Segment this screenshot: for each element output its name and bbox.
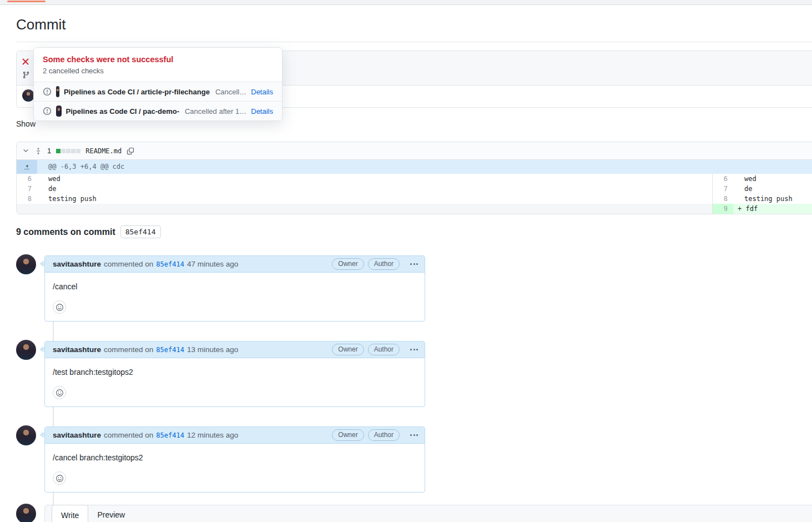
check-status: Cancell… (215, 88, 246, 96)
comment-header: savitaashture commented on 85ef414 12 mi… (45, 427, 425, 444)
comment-timestamp: 47 minutes ago (187, 260, 238, 268)
comment-action-text: commented on (104, 345, 153, 354)
comment-kebab-icon[interactable] (409, 261, 419, 267)
comment-text: /test branch:testgitops2 (53, 368, 417, 377)
cancelled-circle-icon (43, 87, 52, 96)
new-comment-form: Write Preview Leave a comment (44, 505, 812, 522)
comment: savitaashture commented on 85ef414 12 mi… (44, 426, 425, 493)
collapse-diff-chevron-icon[interactable] (22, 147, 29, 154)
check-details-link[interactable]: Details (251, 88, 273, 96)
comment-action-text: commented on (104, 431, 153, 439)
comment-author-avatar[interactable] (16, 340, 36, 360)
tab-accent-bar (7, 1, 46, 2)
comment: savitaashture commented on 85ef414 47 mi… (44, 255, 425, 322)
copy-path-icon[interactable] (127, 147, 134, 155)
check-row: Pipelines as Code CI / pac-demo- Cancell… (34, 101, 282, 121)
failed-status-x-icon (22, 58, 29, 65)
comment-author-link[interactable]: savitaashture (53, 260, 101, 268)
tab-preview[interactable]: Preview (88, 505, 134, 522)
check-name: Pipelines as Code CI / article-pr-filech… (64, 88, 210, 96)
current-user-avatar (16, 504, 36, 522)
comment-author-avatar[interactable] (16, 254, 36, 274)
comment-body: /cancel branch:testgitops2 (45, 444, 425, 492)
comment-sha-link[interactable]: 85ef414 (156, 346, 184, 354)
comments-heading: 9 comments on commit 85ef414 (16, 225, 812, 238)
commit-sha-chip: 85ef414 (120, 225, 161, 238)
diff-file-box: 1 README.md @@ -6,3 +6,4 @@ cdc 6 wed 6 … (16, 142, 812, 214)
comment-timestamp: 12 minutes ago (187, 431, 238, 439)
check-status: Cancelled after 1… (185, 107, 246, 116)
owner-badge: Owner (332, 429, 364, 441)
comment: savitaashture commented on 85ef414 13 mi… (44, 341, 425, 407)
comment-form-tabs: Write Preview (45, 505, 812, 522)
comment-text: /cancel (53, 282, 417, 291)
author-badge: Author (368, 344, 400, 355)
comments-heading-text: 9 comments on commit (16, 227, 115, 237)
commit-author-avatar[interactable] (22, 89, 34, 102)
checks-popup-subtitle: 2 cancelled checks (43, 67, 273, 75)
check-row: Pipelines as Code CI / article-pr-filech… (34, 82, 282, 101)
drag-move-icon[interactable] (34, 147, 42, 155)
divider (16, 42, 812, 42)
comment-body: /cancel (45, 273, 425, 321)
comment-timeline: savitaashture commented on 85ef414 47 mi… (16, 255, 812, 522)
owner-badge: Owner (332, 258, 364, 270)
check-name: Pipelines as Code CI / pac-demo- (66, 107, 179, 116)
comment-action-text: commented on (104, 260, 153, 268)
comment-author-avatar[interactable] (16, 425, 36, 445)
browser-top-strip (0, 0, 812, 5)
git-branch-icon (22, 71, 30, 79)
hunk-header: @@ -6,3 +6,4 @@ cdc (37, 160, 812, 174)
author-badge: Author (368, 258, 400, 270)
comment-kebab-icon[interactable] (409, 432, 419, 438)
comment-kebab-icon[interactable] (409, 347, 419, 353)
diff-line[interactable]: 6 wed 6 wed (17, 174, 812, 184)
diffstat-blocks (56, 149, 80, 153)
comment-body: /test branch:testgitops2 (45, 358, 425, 406)
add-reaction-smiley-icon[interactable] (53, 471, 66, 485)
diff-table: @@ -6,3 +6,4 @@ cdc 6 wed 6 wed 7 de 7 d… (17, 160, 812, 214)
checks-popup-header: Some checks were not successful 2 cancel… (34, 48, 282, 82)
author-badge: Author (368, 429, 400, 441)
checks-popup-title: Some checks were not successful (43, 55, 273, 64)
tab-write[interactable]: Write (52, 505, 88, 522)
check-app-avatar (56, 86, 59, 97)
changed-lines-count: 1 (47, 147, 51, 155)
comment-header: savitaashture commented on 85ef414 47 mi… (45, 256, 425, 273)
diff-line[interactable]: 8 testing push 8 testing push (17, 194, 812, 204)
page-title: Commit (16, 16, 812, 33)
expand-hunk-button[interactable] (17, 160, 37, 174)
diff-line[interactable]: 7 de 7 de (17, 184, 812, 194)
diff-file-header: 1 README.md (17, 142, 812, 160)
cancelled-circle-icon (43, 107, 52, 116)
comment-author-link[interactable]: savitaashture (53, 431, 101, 439)
comment-timestamp: 13 minutes ago (187, 345, 238, 354)
check-details-link[interactable]: Details (251, 107, 273, 116)
owner-badge: Owner (332, 344, 364, 355)
comment-header: savitaashture commented on 85ef414 13 mi… (45, 342, 425, 358)
comment-sha-link[interactable]: 85ef414 (156, 260, 184, 268)
diff-line-added[interactable]: 9 + fdf (17, 204, 812, 214)
check-app-avatar (56, 106, 62, 117)
comment-text: /cancel branch:testgitops2 (53, 453, 417, 462)
comment-author-link[interactable]: savitaashture (53, 345, 101, 354)
add-reaction-smiley-icon[interactable] (53, 386, 66, 399)
diff-filename-link[interactable]: README.md (85, 147, 122, 155)
checks-status-popup: Some checks were not successful 2 cancel… (33, 47, 283, 121)
comment-sha-link[interactable]: 85ef414 (156, 431, 184, 439)
add-reaction-smiley-icon[interactable] (53, 300, 66, 314)
